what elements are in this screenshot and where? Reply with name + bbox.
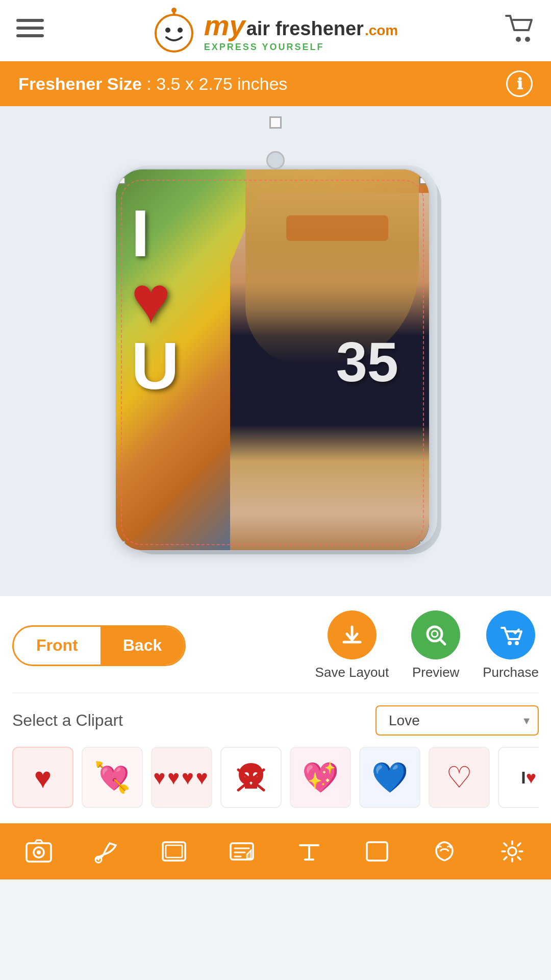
svg-point-4	[171, 8, 177, 13]
svg-point-9	[525, 37, 530, 42]
logo-icon	[151, 8, 197, 54]
nav-sticker[interactable]	[229, 839, 255, 864]
clipart-dropdown[interactable]: Love Hearts Animals Sports Holiday Flowe…	[375, 705, 539, 736]
svg-point-6	[165, 28, 170, 33]
preview-button[interactable]: Preview	[411, 610, 460, 680]
logo-my: my	[204, 9, 245, 42]
size-info-button[interactable]: ℹ	[506, 70, 533, 97]
clipart-label: Select a Clipart	[12, 711, 123, 730]
hamburger-button[interactable]	[16, 17, 44, 45]
action-buttons: Save Layout Preview	[315, 610, 539, 680]
ilu-i-text: I	[131, 200, 179, 266]
svg-point-13	[515, 641, 519, 645]
svg-rect-2	[16, 34, 44, 37]
size-label: Freshener Size	[18, 74, 142, 93]
preview-circle	[411, 610, 460, 659]
clipart-icon	[431, 839, 458, 864]
svg-point-12	[508, 641, 512, 645]
purchase-button[interactable]: Purchase	[483, 610, 539, 680]
bottom-toolbar: Front Back Save Layout	[0, 596, 551, 823]
paint-icon	[93, 839, 120, 864]
resize-handle-top[interactable]	[269, 116, 282, 129]
svg-rect-0	[16, 19, 44, 22]
clipart-item-cupid[interactable]: 💘	[82, 747, 143, 808]
clipart-item-sparkle-heart[interactable]: 💖	[290, 747, 351, 808]
nav-text[interactable]	[296, 839, 322, 864]
nav-background[interactable]	[161, 839, 187, 864]
clipart-dropdown-wrapper: Love Hearts Animals Sports Holiday Flowe…	[375, 705, 539, 736]
background-icon	[161, 839, 187, 864]
svg-rect-1	[16, 27, 44, 30]
svg-point-20	[97, 859, 99, 861]
save-layout-circle	[328, 610, 377, 659]
back-button[interactable]: Back	[101, 627, 185, 665]
size-colon: :	[146, 74, 156, 93]
clipart-item-skull-hearts[interactable]	[220, 747, 282, 808]
canvas-area: 35 I ♥ U	[0, 106, 551, 596]
clipart-section: Select a Clipart Love Hearts Animals Spo…	[12, 693, 539, 823]
svg-point-11	[432, 631, 438, 637]
logo-tagline: EXPRESS YOURSELF	[204, 42, 324, 53]
clipart-item-red-heart[interactable]: ♥	[12, 747, 73, 808]
svg-rect-22	[166, 845, 182, 857]
logo-com: .com	[365, 22, 398, 39]
nav-paint[interactable]	[93, 839, 120, 864]
clipart-items-row: ♥ 💘 ♥♥♥♥ 💖	[12, 747, 539, 813]
crop-icon	[364, 839, 390, 864]
purchase-circle	[486, 610, 535, 659]
size-value: 3.5 x 2.75 inches	[156, 74, 287, 93]
svg-point-25	[508, 847, 516, 855]
svg-point-8	[516, 37, 521, 42]
cart-button[interactable]	[505, 14, 535, 48]
bottom-nav	[0, 823, 551, 879]
ilu-u-text: U	[131, 333, 179, 399]
purchase-label: Purchase	[483, 665, 539, 680]
front-button[interactable]: Front	[14, 627, 101, 665]
ilu-heart: ♥	[131, 266, 179, 333]
freshener-container: 35 I ♥ U	[115, 151, 436, 551]
action-row: Front Back Save Layout	[12, 610, 539, 693]
clipart-item-outline-heart[interactable]: ♡	[429, 747, 490, 808]
text-icon	[296, 839, 322, 864]
svg-rect-24	[367, 842, 387, 861]
photo-icon	[26, 839, 52, 864]
svg-point-7	[178, 28, 183, 33]
settings-icon	[499, 839, 525, 864]
clipart-header: Select a Clipart Love Hearts Animals Spo…	[12, 705, 539, 736]
size-banner: Freshener Size : 3.5 x 2.75 inches ℹ	[0, 61, 551, 106]
svg-point-5	[156, 15, 192, 52]
jersey-number: 35	[336, 329, 398, 394]
front-back-toggle: Front Back	[12, 625, 186, 666]
sticker-icon	[229, 839, 255, 864]
save-layout-label: Save Layout	[315, 665, 389, 680]
nav-clipart[interactable]	[431, 839, 458, 864]
ilu-overlay: I ♥ U	[131, 200, 179, 399]
save-layout-button[interactable]: Save Layout	[315, 610, 389, 680]
clipart-item-winged-heart[interactable]: 💙	[359, 747, 420, 808]
preview-label: Preview	[412, 665, 459, 680]
nav-crop[interactable]	[364, 839, 390, 864]
freshener-card[interactable]: 35 I ♥ U	[115, 168, 430, 551]
freshener-hole	[266, 151, 285, 169]
logo-airfreshener: air freshener	[246, 18, 364, 40]
nav-photo[interactable]	[26, 839, 52, 864]
freshener-background: 35 I ♥ U	[116, 169, 429, 550]
sunglasses	[286, 215, 388, 241]
nav-settings[interactable]	[499, 839, 525, 864]
clipart-item-dots-hearts[interactable]: ♥♥♥♥	[151, 747, 212, 808]
header: my air freshener .com EXPRESS YOURSELF	[0, 0, 551, 61]
svg-point-18	[37, 850, 41, 854]
clipart-item-i-love[interactable]: I♥	[498, 747, 539, 808]
logo: my air freshener .com EXPRESS YOURSELF	[151, 8, 398, 54]
skull-hearts-svg	[233, 760, 269, 795]
